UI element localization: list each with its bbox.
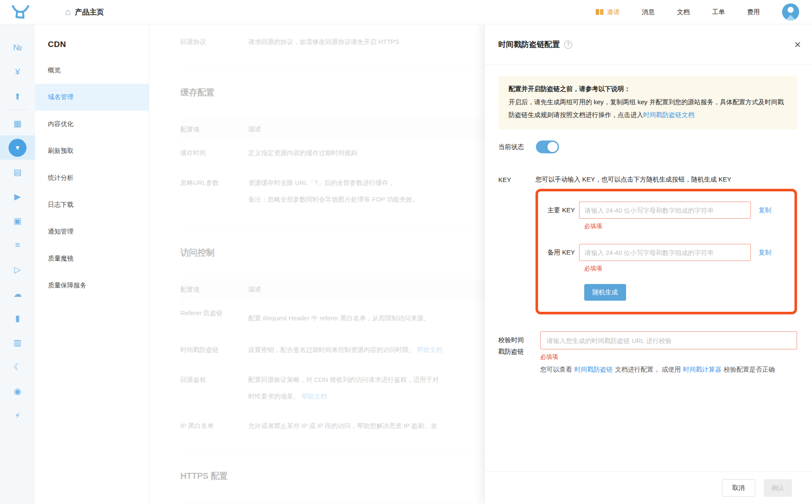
help-doc-link[interactable]: 帮助文档: [301, 393, 327, 400]
tuning-icon[interactable]: ≡: [0, 233, 35, 257]
config-label: 回源协议: [180, 37, 248, 67]
required-hint: 必填项: [584, 223, 794, 230]
copy-backup-key-link[interactable]: 复制: [759, 249, 771, 257]
copy-primary-key-link[interactable]: 复制: [759, 206, 771, 214]
sidebar-item-notification[interactable]: 通知管理: [35, 218, 149, 245]
top-nav: 邀请 消息 文档 工单 费用: [596, 3, 799, 21]
close-icon[interactable]: ×: [794, 39, 801, 50]
backup-key-label: 备用 KEY: [547, 249, 579, 257]
help-doc-link[interactable]: 帮助文档: [417, 346, 442, 353]
primary-key-label: 主要 KEY: [547, 206, 579, 214]
timestamp-antileech-doc-link[interactable]: 时间戳防盗链: [574, 366, 613, 373]
sidebar-item-overview[interactable]: 概览: [35, 57, 149, 84]
verify-help-text: 您可以查看时间戳防盗链文档进行配置， 或使用时间戳计算器校验配置是否正确: [540, 363, 797, 375]
toggle-knob: [547, 142, 558, 152]
key-section-label: KEY: [498, 176, 535, 183]
verify-row: 校验时间 戳防盗链 必填项 您可以查看时间戳防盗链文档进行配置， 或使用时间戳计…: [498, 331, 797, 375]
avatar[interactable]: [782, 3, 799, 21]
drawer-header: 时间戳防盗链配置 ? ×: [485, 24, 812, 65]
sidebar-item-quality-assurance[interactable]: 质量保障服务: [35, 272, 149, 299]
target-icon[interactable]: ◉: [0, 379, 35, 403]
nav-invite[interactable]: 邀请: [596, 8, 620, 16]
notice-box: 配置并开启防盗链之前，请参考以下说明： 开启后，请先生成两组可用的 key，复制…: [498, 76, 797, 129]
key-section-hint: 您可以手动输入 KEY，也可以点击下方随机生成按钮，随机生成 KEY: [535, 176, 731, 184]
bull-logo-icon: [11, 4, 30, 20]
film-icon[interactable]: ▣: [0, 208, 35, 233]
random-generate-button[interactable]: 随机生成: [584, 284, 626, 301]
confirm-button[interactable]: 确认: [764, 479, 792, 497]
media-tv-icon[interactable]: ▶: [0, 184, 35, 208]
config-desc: 请求回源的协议，如需修改回源协议请先开启 HTTPS: [248, 37, 399, 67]
nav-tickets[interactable]: 工单: [712, 8, 725, 16]
cloud-mail-icon[interactable]: ☁: [0, 281, 35, 306]
sidebar-item-content-optimization[interactable]: 内容优化: [35, 111, 149, 138]
nav-billing[interactable]: 费用: [747, 8, 760, 16]
brand-logo-icon[interactable]: №: [0, 35, 35, 60]
page-title: 产品主页: [75, 7, 104, 17]
sidebar-item-domain-management[interactable]: 域名管理: [35, 84, 149, 111]
rail-divider: [7, 109, 28, 110]
nav-messages[interactable]: 消息: [642, 8, 655, 16]
sidebar-item-statistics[interactable]: 统计分析: [35, 164, 149, 191]
verify-column: 必填项 您可以查看时间戳防盗链文档进行配置， 或使用时间戳计算器校验配置是否正确: [540, 331, 797, 375]
annotation-highlight-box: 主要 KEY 复制 必填项 备用 KEY 复制 必填项 随机生成: [535, 189, 797, 314]
required-hint: 必填项: [540, 353, 797, 361]
lightning-icon[interactable]: ⚡: [0, 403, 35, 428]
drawer-title: 时间戳防盗链配置: [498, 39, 560, 50]
primary-key-row: 主要 KEY 复制: [547, 202, 794, 219]
sidebar-item-refresh-prefetch[interactable]: 刷新预取: [35, 138, 149, 164]
icon-rail: № ¥ ⬆ ▦ ▼ ▤ ▶ ▣ ≡ ▷ ☁ ▮ ▥ ☾ ◉ ⚡: [0, 24, 35, 504]
brand-logo[interactable]: [11, 4, 30, 20]
drawer-footer: 取消 确认: [485, 472, 812, 504]
verify-url-input[interactable]: [540, 331, 797, 349]
billing-icon[interactable]: ¥: [0, 60, 35, 84]
timestamp-doc-link[interactable]: 时间戳防盗链文档: [643, 111, 694, 118]
sidebar-item-log-download[interactable]: 日志下载: [35, 191, 149, 218]
notice-body: 开启后，请先生成两组可用的 key，复制两组 key 并配置到您的源站服务，具体…: [509, 96, 787, 121]
required-hint: 必填项: [584, 265, 794, 273]
topbar: ⌂ 产品主页 邀请 消息 文档 工单 费用: [0, 0, 812, 24]
sidebar-item-quality-mirror[interactable]: 质量魔镜: [35, 245, 149, 272]
database-icon[interactable]: ▥: [0, 330, 35, 355]
breadcrumb: ⌂ 产品主页: [65, 7, 104, 17]
verify-label: 校验时间 戳防盗链: [498, 331, 540, 375]
dashboard-icon[interactable]: ▦: [0, 111, 35, 135]
cancel-button[interactable]: 取消: [722, 479, 755, 497]
key-section-row: KEY 您可以手动输入 KEY，也可以点击下方随机生成按钮，随机生成 KEY: [498, 176, 797, 184]
nav-docs[interactable]: 文档: [677, 8, 690, 16]
help-icon[interactable]: ?: [564, 41, 572, 49]
backup-key-row: 备用 KEY 复制: [547, 244, 794, 261]
gift-icon: [596, 9, 603, 15]
cdn-sidebar: CDN 概览 域名管理 内容优化 刷新预取 统计分析 日志下载 通知管理 质量魔…: [35, 24, 149, 504]
home-icon: ⌂: [65, 7, 71, 17]
book-icon[interactable]: ▮: [0, 306, 35, 330]
upload-icon[interactable]: ⬆: [0, 84, 35, 108]
moon-icon[interactable]: ☾: [0, 355, 35, 379]
timestamp-calculator-link[interactable]: 时间戳计算器: [683, 366, 721, 373]
primary-key-input[interactable]: [579, 202, 751, 219]
status-row: 当前状态: [498, 141, 797, 153]
video-icon[interactable]: ▷: [0, 257, 35, 281]
storage-icon[interactable]: ▤: [0, 160, 35, 184]
cdn-icon[interactable]: ▼: [0, 135, 35, 160]
status-label: 当前状态: [498, 143, 536, 151]
drawer-body: 配置并开启防盗链之前，请参考以下说明： 开启后，请先生成两组可用的 key，复制…: [485, 65, 812, 472]
notice-title: 配置并开启防盗链之前，请参考以下说明：: [509, 83, 787, 95]
timestamp-antileech-drawer: 时间戳防盗链配置 ? × 配置并开启防盗链之前，请参考以下说明： 开启后，请先生…: [485, 24, 812, 504]
sidebar-title: CDN: [48, 40, 149, 49]
status-toggle[interactable]: [536, 141, 559, 153]
backup-key-input[interactable]: [579, 244, 751, 261]
